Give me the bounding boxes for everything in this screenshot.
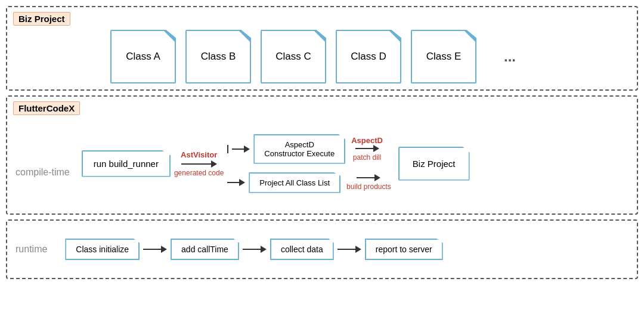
runtime-flow: Class initialize add callTime collect da… <box>65 239 442 260</box>
class-b-box: Class B <box>185 30 251 83</box>
runtime-arrow-2 <box>243 246 267 253</box>
fluttercodex-section: FlutterCodeX compile-time run build_runn… <box>6 95 638 215</box>
biz-project-section: Biz Project Class A Class B Class C Clas… <box>6 6 638 91</box>
runtime-arrow-1 <box>143 246 167 253</box>
patch-dill-label: patch dill <box>353 153 381 162</box>
compile-time-label: compile-time <box>16 167 70 178</box>
aspectd-constructor-box: AspectD Constructor Execute <box>253 134 345 164</box>
biz-project-label: Biz Project <box>13 12 70 26</box>
class-d-box: Class D <box>336 30 401 83</box>
class-e-box: Class E <box>411 30 476 83</box>
runtime-arrow-3 <box>338 246 361 253</box>
add-calltime-box: add callTime <box>171 239 239 260</box>
project-all-class-list-box: Project All Class List <box>249 172 340 193</box>
classes-row: Class A Class B Class C Class D Class E … <box>16 30 628 83</box>
class-c-box: Class C <box>261 30 326 83</box>
build-products-label: build products <box>346 182 391 191</box>
biz-project-right-box: Biz Project <box>398 147 470 181</box>
collect-data-box: collect data <box>270 239 334 260</box>
fluttercodex-label: FlutterCodeX <box>13 101 80 115</box>
ellipsis-box: ... <box>486 30 534 83</box>
report-to-server-box: report to server <box>365 239 443 260</box>
runtime-label: runtime <box>16 244 47 255</box>
runtime-section: runtime Class initialize add callTime co… <box>6 219 638 279</box>
astvisitor-label: AstVisitor <box>181 150 217 159</box>
arrow1 <box>181 160 217 168</box>
class-a-box: Class A <box>110 30 176 83</box>
generated-code-label: generated code <box>174 169 224 177</box>
class-initialize-box: Class initialize <box>65 239 140 260</box>
aspectd-red-label: AspectD <box>351 136 383 145</box>
run-build-runner-box: run build_runner <box>82 150 171 177</box>
